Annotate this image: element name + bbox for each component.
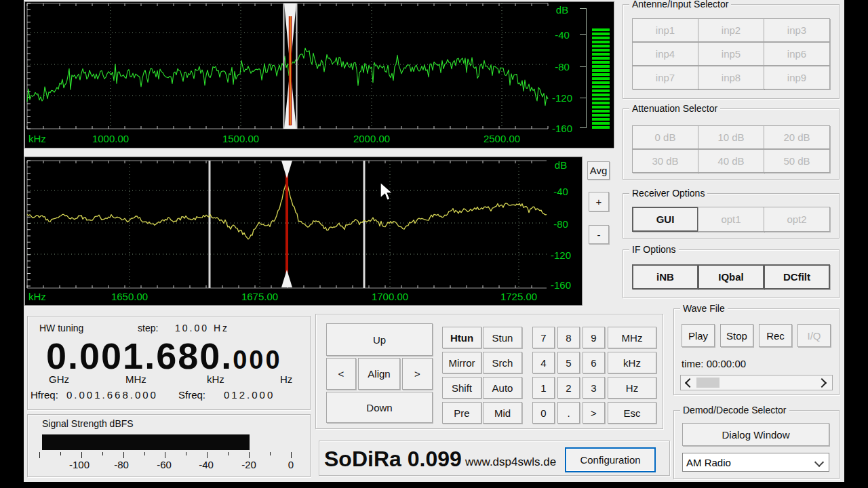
align-button[interactable]: Align <box>358 358 400 390</box>
wave-iq-button[interactable]: I/Q <box>797 324 831 347</box>
input-select-inp3[interactable]: inp3 <box>764 18 830 42</box>
receiver-option-gui[interactable]: GUI <box>632 207 698 232</box>
x-axis-unit: kHz <box>28 133 46 144</box>
step-right-button[interactable]: > <box>402 358 433 390</box>
freq-unit-ghz: GHz <box>49 373 69 385</box>
input-select-inp8[interactable]: inp8 <box>698 66 764 89</box>
tune-up-button[interactable]: Up <box>326 323 433 356</box>
level-meter-tick <box>580 66 587 67</box>
demod-group-title: Demod/Decode Selector <box>680 405 789 415</box>
attenuation-0dB[interactable]: 0 dB <box>632 125 698 149</box>
wave-stop-button[interactable]: Stop <box>720 324 753 347</box>
frequency-display[interactable]: 0.001.680.000 <box>46 338 282 374</box>
zoom-in-button[interactable]: + <box>589 192 609 211</box>
attenuation-20dB[interactable]: 20 dB <box>764 125 830 149</box>
svg-text:-120: -120 <box>552 92 572 104</box>
scrollbar-thumb[interactable] <box>696 378 719 388</box>
svg-text:-160: -160 <box>551 279 571 291</box>
scroll-left-icon[interactable] <box>685 378 694 388</box>
input-select-inp2[interactable]: inp2 <box>698 18 764 42</box>
if-option-dcfilt[interactable]: DCfilt <box>764 264 830 289</box>
key-stun[interactable]: Stun <box>483 327 522 348</box>
antenna-group-title: Antenne/Input Selector <box>629 0 731 9</box>
key-gt[interactable]: > <box>583 402 605 424</box>
zoom-out-button[interactable]: - <box>589 225 609 244</box>
step-label: step: <box>138 323 158 333</box>
step-value: 10.00 Hz <box>175 323 229 333</box>
attenuation-30dB[interactable]: 30 dB <box>632 149 698 173</box>
svg-text:dB: dB <box>555 159 567 171</box>
input-select-inp7[interactable]: inp7 <box>632 66 698 89</box>
key-3[interactable]: 3 <box>583 377 605 399</box>
key-2[interactable]: 2 <box>557 377 580 399</box>
hfreq-value: 0.001.668.000 <box>66 389 158 401</box>
signal-scale-0: 0 <box>277 459 304 470</box>
key-dot[interactable]: . <box>557 402 580 424</box>
key-pre[interactable]: Pre <box>442 402 481 424</box>
if-option-iqbal[interactable]: IQbal <box>698 264 764 289</box>
avg-button[interactable]: Avg <box>587 161 610 180</box>
level-meter-leds <box>592 28 610 129</box>
key-htun[interactable]: Htun <box>442 327 481 348</box>
wave-file-group-title: Wave File <box>680 303 728 314</box>
level-meter-tick <box>580 8 587 9</box>
step-left-button[interactable]: < <box>326 358 356 390</box>
signal-scale--100: -100 <box>66 459 93 470</box>
if-option-inb[interactable]: iNB <box>632 264 698 289</box>
attenuation-40dB[interactable]: 40 dB <box>698 149 764 173</box>
svg-text:-80: -80 <box>555 61 570 73</box>
wave-play-button[interactable]: Play <box>682 324 715 347</box>
attenuation-50dB[interactable]: 50 dB <box>764 149 830 173</box>
svg-text:-160: -160 <box>552 123 572 134</box>
dialog-window-button[interactable]: Dialog Window <box>682 423 829 446</box>
receiver-option-opt2[interactable]: opt2 <box>764 207 830 232</box>
scroll-right-icon[interactable] <box>817 378 827 388</box>
key-khz[interactable]: kHz <box>608 352 656 373</box>
signal-scale--40: -40 <box>193 459 220 470</box>
key-srch[interactable]: Srch <box>483 352 522 373</box>
input-select-inp5[interactable]: inp5 <box>698 42 764 66</box>
input-select-inp6[interactable]: inp6 <box>764 42 830 66</box>
chevron-down-icon <box>814 458 824 467</box>
key-6[interactable]: 6 <box>583 352 605 373</box>
key-9[interactable]: 9 <box>583 327 605 348</box>
key-8[interactable]: 8 <box>557 327 580 348</box>
demod-mode-select[interactable]: AM Radio <box>682 453 829 472</box>
receiver-option-opt1[interactable]: opt1 <box>698 207 764 232</box>
level-meter-tick <box>580 98 587 98</box>
frequency-main-digits: 0.001.680. <box>46 336 233 376</box>
key-mhz[interactable]: MHz <box>608 327 656 348</box>
input-select-inp1[interactable]: inp1 <box>632 18 698 42</box>
tune-down-button[interactable]: Down <box>326 392 433 423</box>
receiver-group-title: Receiver Options <box>629 188 707 199</box>
svg-text:-120: -120 <box>551 249 571 261</box>
wave-rec-button[interactable]: Rec <box>759 324 792 347</box>
app-window: kHz1000.001500.002000.002500.00dB-40-80-… <box>0 0 868 488</box>
configuration-button[interactable]: Configuration <box>565 447 656 472</box>
key-hz[interactable]: Hz <box>608 377 656 399</box>
input-select-inp9[interactable]: inp9 <box>764 66 830 89</box>
svg-text:-40: -40 <box>555 29 570 41</box>
key-mirror[interactable]: Mirror <box>442 352 481 373</box>
key-4[interactable]: 4 <box>532 352 555 373</box>
freq-unit-mhz: MHz <box>125 373 146 385</box>
svg-text:1500.00: 1500.00 <box>222 133 259 144</box>
app-website-link[interactable]: www.dsp4swls.de <box>465 455 556 469</box>
key-mid[interactable]: Mid <box>483 402 522 424</box>
wave-time-label: time: 00:00:00 <box>682 358 746 369</box>
freq-unit-khz: kHz <box>207 373 224 385</box>
key-7[interactable]: 7 <box>532 327 555 348</box>
wave-position-scrollbar[interactable] <box>680 375 833 390</box>
key-shift[interactable]: Shift <box>442 377 481 399</box>
input-select-inp4[interactable]: inp4 <box>632 42 698 66</box>
key-auto[interactable]: Auto <box>483 377 522 399</box>
sfreq-label: Sfreq: <box>178 389 205 401</box>
spectrum-zoom-display[interactable]: kHz1650.001675.001700.001725.00dB-40-80-… <box>24 157 583 306</box>
x-axis-unit: kHz <box>28 291 46 302</box>
attenuation-10dB[interactable]: 10 dB <box>698 125 764 149</box>
spectrum-overview-display[interactable]: kHz1000.001500.002000.002500.00dB-40-80-… <box>24 1 614 148</box>
key-0[interactable]: 0 <box>532 402 555 424</box>
key-esc[interactable]: Esc <box>608 402 656 424</box>
key-5[interactable]: 5 <box>557 352 580 373</box>
key-1[interactable]: 1 <box>532 377 555 399</box>
